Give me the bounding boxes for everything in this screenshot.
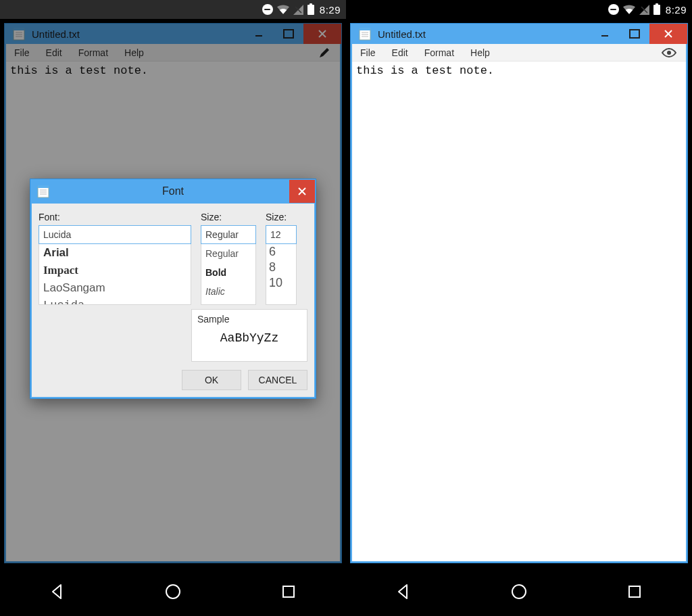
view-icon[interactable] xyxy=(658,48,681,57)
close-button[interactable] xyxy=(649,24,687,44)
font-input[interactable] xyxy=(39,225,191,244)
notepad-icon xyxy=(37,185,49,198)
list-item[interactable]: LaoSangam xyxy=(39,279,191,297)
titlebar: Untitled.txt xyxy=(351,24,687,44)
menubar: File Edit Format Help xyxy=(352,44,686,62)
maximize-button[interactable] xyxy=(620,24,649,44)
style-listbox[interactable]: Regular Bold Italic xyxy=(201,244,256,305)
back-button[interactable] xyxy=(30,575,84,608)
minimize-button[interactable] xyxy=(590,24,620,44)
menu-help[interactable]: Help xyxy=(462,47,498,58)
window-controls xyxy=(244,24,341,44)
left-screenshot: 8:29 Untitled.txt xyxy=(0,0,346,616)
notepad-icon xyxy=(13,27,25,41)
wifi-icon xyxy=(623,5,635,14)
notepad-window: Untitled.txt File Edit Format Help xyxy=(346,19,692,567)
font-dialog: Font Font: Size: Size: Arial xyxy=(30,179,316,399)
battery-icon xyxy=(653,5,660,15)
dialog-close-button[interactable] xyxy=(289,180,315,203)
font-listbox[interactable]: Arial Impact LaoSangam Lucida xyxy=(39,244,191,305)
size-input[interactable] xyxy=(266,225,297,244)
menu-edit[interactable]: Edit xyxy=(38,47,70,58)
text-editor[interactable]: this is a test note. xyxy=(352,62,686,561)
sample-box: Sample AaBbYyZz xyxy=(191,309,307,362)
list-item[interactable]: Lucida xyxy=(39,297,191,305)
sample-label: Sample xyxy=(192,314,307,331)
recents-button[interactable] xyxy=(262,575,316,608)
minimize-button[interactable] xyxy=(244,24,274,44)
menu-format[interactable]: Format xyxy=(70,47,116,58)
svg-rect-9 xyxy=(38,185,49,188)
do-not-disturb-icon xyxy=(262,4,273,15)
titlebar: Untitled.txt xyxy=(5,24,341,44)
menu-file[interactable]: File xyxy=(11,47,38,58)
svg-rect-2 xyxy=(14,28,24,30)
style-label: Size: xyxy=(201,212,256,222)
list-item[interactable]: Italic xyxy=(201,282,255,301)
back-button[interactable] xyxy=(376,575,430,608)
list-item[interactable]: Bold xyxy=(201,263,255,282)
list-item[interactable]: 8 xyxy=(266,260,296,275)
svg-point-25 xyxy=(667,51,671,55)
list-item[interactable]: 10 xyxy=(266,275,296,291)
dialog-titlebar: Font xyxy=(30,179,316,204)
list-item[interactable]: Arial xyxy=(39,244,191,262)
sample-text: AaBbYyZz xyxy=(192,331,307,345)
menu-help[interactable]: Help xyxy=(116,47,152,58)
menu-file[interactable]: File xyxy=(357,47,384,58)
cell-signal-icon xyxy=(293,5,303,15)
font-label: Font: xyxy=(39,212,191,222)
svg-point-26 xyxy=(512,585,526,598)
svg-rect-27 xyxy=(629,586,640,597)
menu-edit[interactable]: Edit xyxy=(384,47,416,58)
cancel-button[interactable]: CANCEL xyxy=(248,370,307,390)
list-item[interactable]: Impact xyxy=(39,262,191,279)
list-item[interactable]: Regular xyxy=(201,244,255,263)
status-clock: 8:29 xyxy=(320,4,341,16)
window-title: Untitled.txt xyxy=(378,28,583,40)
menubar: File Edit Format Help xyxy=(6,44,340,62)
android-status-bar: 8:29 xyxy=(346,0,692,19)
close-button[interactable] xyxy=(303,24,341,44)
right-screenshot: 8:29 Untitled.txt xyxy=(346,0,692,616)
size-listbox[interactable]: 6 8 10 xyxy=(266,244,297,305)
window-title: Untitled.txt xyxy=(32,28,237,40)
svg-point-15 xyxy=(166,585,180,598)
do-not-disturb-icon xyxy=(608,4,619,15)
notepad-icon xyxy=(359,27,371,41)
home-button[interactable] xyxy=(146,575,200,608)
android-nav-bar xyxy=(0,567,346,616)
svg-rect-16 xyxy=(283,586,294,597)
wifi-icon xyxy=(277,5,289,14)
dialog-title: Font xyxy=(49,185,316,197)
home-button[interactable] xyxy=(492,575,546,608)
window-controls xyxy=(590,24,687,44)
svg-rect-19 xyxy=(360,28,370,30)
recents-button[interactable] xyxy=(608,575,662,608)
list-item[interactable]: 6 xyxy=(266,244,296,260)
android-nav-bar xyxy=(346,567,692,616)
battery-icon xyxy=(307,5,314,15)
cell-signal-icon xyxy=(639,5,649,15)
menu-format[interactable]: Format xyxy=(416,47,462,58)
maximize-button[interactable] xyxy=(274,24,303,44)
size-label: Size: xyxy=(266,212,297,222)
status-clock: 8:29 xyxy=(666,4,687,16)
style-input[interactable] xyxy=(201,225,256,244)
ok-button[interactable]: OK xyxy=(182,370,241,390)
android-status-bar: 8:29 xyxy=(0,0,346,19)
edit-icon[interactable] xyxy=(314,47,335,59)
